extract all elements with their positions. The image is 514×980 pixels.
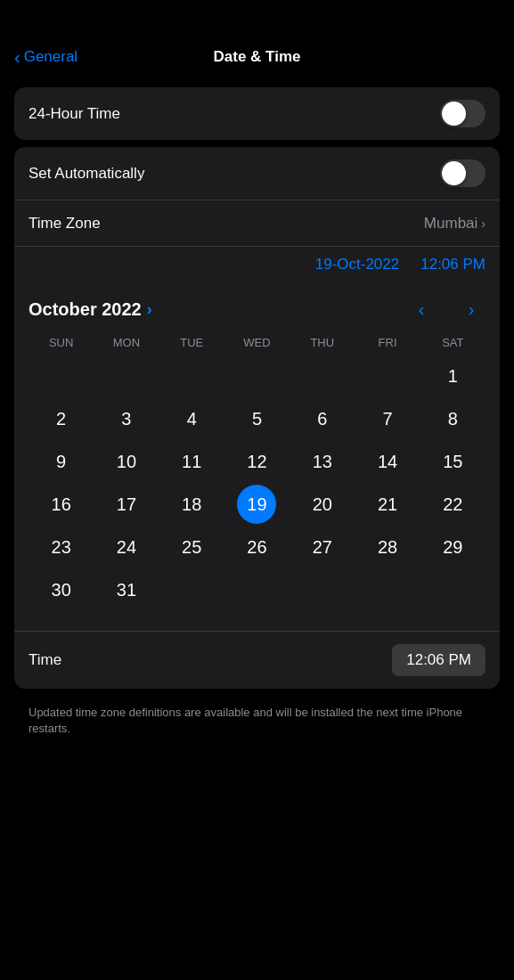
calendar-header: October 2022 › ‹ › [29, 282, 485, 332]
day-header-sat: SAT [420, 332, 485, 353]
calendar-empty-cell [159, 356, 224, 396]
calendar-day-17[interactable]: 17 [94, 485, 159, 524]
calendar-empty-cell [290, 356, 355, 396]
time-zone-row[interactable]: Time Zone Mumbai › [14, 200, 500, 246]
twenty-four-hour-toggle[interactable] [440, 100, 485, 127]
calendar-day-13[interactable]: 13 [290, 442, 355, 481]
calendar-empty-cell [224, 356, 290, 396]
selected-time-value[interactable]: 12:06 PM [420, 256, 485, 274]
time-zone-value: Mumbai › [424, 215, 485, 233]
back-label: General [24, 48, 78, 66]
selected-date-value[interactable]: 19-Oct-2022 [315, 256, 400, 274]
time-zone-chevron-icon: › [481, 216, 485, 231]
calendar-day-29[interactable]: 29 [420, 527, 485, 567]
toggle-knob [442, 102, 466, 126]
day-header-tue: TUE [159, 332, 224, 353]
calendar-day-23[interactable]: 23 [29, 527, 94, 567]
calendar-day-22[interactable]: 22 [420, 485, 485, 524]
back-button[interactable]: ‹ General [14, 48, 78, 66]
calendar-day-10[interactable]: 10 [94, 442, 159, 481]
calendar-day-24[interactable]: 24 [94, 527, 159, 567]
calendar-day-4[interactable]: 4 [159, 399, 224, 438]
set-automatically-card: Set Automatically Time Zone Mumbai › 19-… [14, 147, 500, 689]
calendar-empty-cell [355, 356, 420, 396]
calendar-empty-cell [29, 356, 94, 396]
calendar-next-button[interactable]: › [457, 295, 485, 323]
time-zone-label: Time Zone [29, 215, 101, 233]
calendar-month-text: October 2022 [29, 299, 142, 320]
calendar-empty-cell [94, 356, 159, 396]
calendar-day-headers: SUNMONTUEWEDTHUFRISAT [29, 332, 485, 353]
calendar-prev-button[interactable]: ‹ [407, 295, 436, 323]
calendar-day-12[interactable]: 12 [224, 442, 290, 481]
calendar-day-2[interactable]: 2 [29, 399, 94, 438]
set-automatically-row: Set Automatically [14, 147, 500, 200]
calendar-day-18[interactable]: 18 [159, 485, 224, 524]
calendar-day-30[interactable]: 30 [29, 570, 94, 609]
twenty-four-hour-row: 24-Hour Time [14, 87, 500, 140]
calendar-day-15[interactable]: 15 [420, 442, 485, 481]
calendar-day-6[interactable]: 6 [290, 399, 355, 438]
calendar-day-21[interactable]: 21 [355, 485, 420, 524]
page-title: Date & Time [214, 48, 301, 66]
calendar-month-chevron-icon: › [147, 300, 152, 319]
calendar-day-27[interactable]: 27 [290, 527, 355, 567]
time-zone-city: Mumbai [424, 215, 477, 233]
calendar-month-label[interactable]: October 2022 › [29, 299, 152, 320]
calendar-grid: 1234567891011121314151617181920212223242… [29, 356, 485, 609]
calendar-day-25[interactable]: 25 [159, 527, 224, 567]
day-header-wed: WED [224, 332, 290, 353]
back-chevron-icon: ‹ [14, 48, 20, 66]
set-automatically-toggle[interactable] [440, 159, 485, 187]
calendar-day-9[interactable]: 9 [29, 442, 94, 481]
twenty-four-hour-label: 24-Hour Time [29, 105, 120, 123]
calendar-day-26[interactable]: 26 [224, 527, 290, 567]
calendar-nav: ‹ › [407, 295, 485, 323]
header: ‹ General Date & Time [0, 0, 514, 80]
calendar-container: October 2022 › ‹ › SUNMONTUEWEDTHUFRISAT… [14, 282, 500, 624]
time-value-box[interactable]: 12:06 PM [392, 644, 485, 676]
calendar-day-16[interactable]: 16 [29, 485, 94, 524]
calendar-day-5[interactable]: 5 [224, 399, 290, 438]
calendar-day-20[interactable]: 20 [290, 485, 355, 524]
toggle-knob-auto [442, 161, 466, 185]
calendar-day-11[interactable]: 11 [159, 442, 224, 481]
day-header-thu: THU [290, 332, 355, 353]
day-header-fri: FRI [355, 332, 420, 353]
calendar-day-28[interactable]: 28 [355, 527, 420, 567]
datetime-row: 19-Oct-2022 12:06 PM [14, 246, 500, 282]
footer-note: Updated time zone definitions are availa… [0, 696, 514, 755]
calendar-day-1[interactable]: 1 [420, 356, 485, 396]
set-automatically-label: Set Automatically [29, 165, 144, 183]
calendar-day-14[interactable]: 14 [355, 442, 420, 481]
twenty-four-hour-card: 24-Hour Time [14, 87, 500, 140]
calendar-day-3[interactable]: 3 [94, 399, 159, 438]
day-header-sun: SUN [29, 332, 94, 353]
calendar-day-7[interactable]: 7 [355, 399, 420, 438]
day-header-mon: MON [94, 332, 159, 353]
calendar-day-19[interactable]: 19 [237, 485, 276, 524]
calendar-day-8[interactable]: 8 [420, 399, 485, 438]
calendar-day-31[interactable]: 31 [94, 570, 159, 609]
time-label: Time [29, 651, 61, 669]
time-row: Time 12:06 PM [14, 631, 500, 689]
